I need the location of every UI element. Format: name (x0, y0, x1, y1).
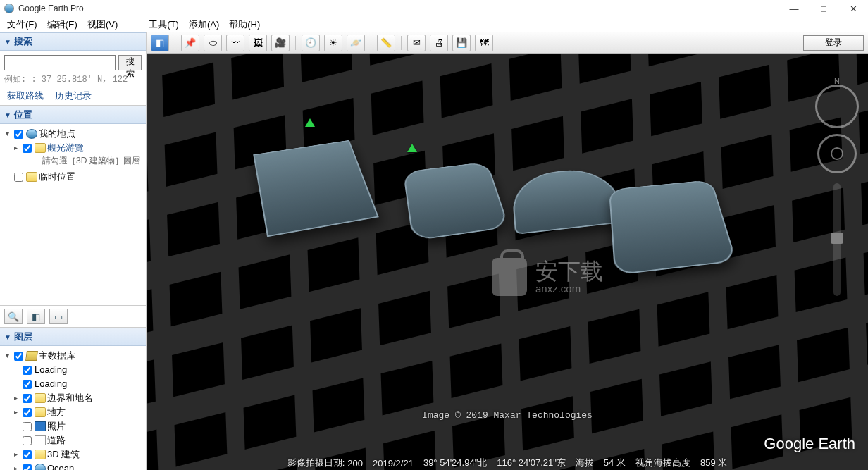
placemark-icon (407, 144, 417, 152)
login-button[interactable]: 登录 (803, 35, 864, 51)
layer-label-2[interactable]: 边界和地名 (47, 392, 93, 404)
road-icon (35, 435, 46, 445)
places-header-label: 位置 (14, 109, 32, 121)
tour-label[interactable]: 觀光游覽 (47, 142, 84, 154)
tour-check[interactable] (23, 144, 32, 153)
zoom-slider[interactable] (833, 183, 841, 296)
layer-check-4[interactable] (23, 422, 32, 431)
status-elev-label: 海拔 (576, 457, 594, 469)
temp-check[interactable] (14, 173, 23, 182)
map-viewport[interactable]: 安下载 anxz.com Image © 2019 Maxar Technolo… (147, 54, 868, 470)
layer-label-1[interactable]: Loading (35, 378, 67, 390)
layer-label-6[interactable]: 3D 建筑 (47, 448, 80, 461)
layer-check-0[interactable] (23, 366, 32, 375)
planet-icon[interactable]: 🪐 (347, 35, 365, 51)
layer-label-0[interactable]: Loading (35, 364, 67, 376)
layer-check-5[interactable] (23, 436, 32, 445)
places-search-icon[interactable]: 🔍 (4, 309, 23, 324)
sidebar: ▼搜索 搜索 例如: : 37 25.818' N, 122 获取路线 历史记录… (0, 32, 147, 470)
places-root-label[interactable]: 我的地点 (39, 128, 75, 140)
places-tree: ▾我的地点 ▸觀光游覽 請勾選［3D 建築物］圖層 临时位置 (0, 124, 146, 187)
ruler-icon[interactable]: 📏 (377, 35, 395, 51)
email-icon[interactable]: ✉ (407, 35, 426, 51)
compass-north-label: N (834, 77, 840, 85)
status-elev: 54 米 (604, 457, 626, 469)
tab-directions[interactable]: 获取路线 (7, 89, 44, 102)
placemark-icon[interactable]: 📌 (181, 35, 199, 51)
navigation-control[interactable]: N (814, 85, 860, 296)
history-icon[interactable]: 🕘 (302, 35, 320, 51)
layer-label-4[interactable]: 照片 (47, 420, 66, 433)
print-icon[interactable]: 🖨 (430, 35, 448, 51)
search-input[interactable] (4, 55, 116, 70)
menu-edit[interactable]: 编辑(E) (47, 18, 78, 31)
temp-label[interactable]: 临时位置 (39, 171, 75, 183)
maximize-button[interactable]: □ (809, 0, 838, 17)
status-eye: 859 米 (700, 457, 727, 469)
status-bar: 影像拍摄日期: 200 2019/2/21 39° 54'24.94"北 116… (147, 456, 868, 470)
places-blank-icon[interactable]: ▭ (49, 309, 68, 324)
layers-panel-header[interactable]: ▼图层 (0, 328, 146, 346)
layers-tree: ▾主数据库 Loading Loading ▸边界和地名 ▸地方 照片 道路 ▸… (0, 346, 146, 470)
sidebar-toggle-icon[interactable]: ◧ (151, 35, 169, 51)
layer-check-1[interactable] (23, 380, 32, 389)
earth-icon (26, 129, 37, 139)
folder-icon (35, 393, 46, 403)
places-panel-header[interactable]: ▼位置 (0, 106, 146, 124)
places-toolbar: 🔍 ◧ ▭ (0, 305, 146, 328)
layer-check-7[interactable] (23, 464, 32, 471)
folder-icon (35, 143, 46, 153)
main-toolbar: ◧ 📌 ⬭ 〰 🖼 🎥 🕘 ☀ 🪐 📏 ✉ 🖨 💾 🗺 登录 (147, 32, 868, 54)
layers-root-label[interactable]: 主数据库 (39, 350, 75, 362)
places-split-icon[interactable]: ◧ (27, 309, 45, 324)
record-tour-icon[interactable]: 🎥 (271, 35, 290, 51)
search-header-label: 搜索 (14, 35, 32, 48)
menu-help[interactable]: 帮助(H) (229, 18, 260, 31)
save-image-icon[interactable]: 💾 (452, 35, 471, 51)
sunlight-icon[interactable]: ☀ (324, 35, 342, 51)
status-date-label: 影像拍摄日期: (287, 457, 345, 469)
photo-icon (35, 421, 46, 431)
menu-view[interactable]: 视图(V) (87, 18, 118, 31)
folder-icon (35, 407, 46, 417)
folder-icon (35, 450, 46, 459)
layer-label-3[interactable]: 地方 (47, 406, 66, 419)
ocean-icon (35, 464, 46, 470)
polygon-icon[interactable]: ⬭ (204, 35, 222, 51)
tab-history[interactable]: 历史记录 (55, 89, 92, 102)
status-lat: 39° 54'24.94"北 (423, 457, 487, 469)
zoom-thumb[interactable] (831, 233, 843, 244)
minimize-button[interactable]: — (779, 0, 809, 17)
search-hint: 例如: : 37 25.818' N, 122 (4, 73, 142, 85)
image-overlay-icon[interactable]: 🖼 (249, 35, 267, 51)
layer-label-5[interactable]: 道路 (47, 434, 66, 447)
close-button[interactable]: ✕ (838, 0, 868, 17)
layers-root-check[interactable] (14, 352, 23, 361)
menu-file[interactable]: 文件(F) (7, 18, 37, 31)
google-earth-logo: Google Earth (764, 435, 855, 453)
menu-add[interactable]: 添加(A) (189, 18, 219, 31)
status-eye-label: 视角海拔高度 (636, 457, 690, 469)
pan-control[interactable] (817, 134, 857, 173)
search-button[interactable]: 搜索 (118, 55, 142, 70)
status-date: 2019/2/21 (373, 458, 414, 469)
layer-check-3[interactable] (23, 408, 32, 417)
layer-check-6[interactable] (23, 450, 32, 459)
imagery-attribution: Image © 2019 Maxar Technologies (422, 410, 593, 421)
places-root-check[interactable] (14, 130, 23, 139)
view-in-maps-icon[interactable]: 🗺 (475, 35, 493, 51)
compass-ring[interactable]: N (815, 85, 859, 128)
bag-icon (492, 258, 527, 296)
folder-icon (26, 172, 37, 182)
app-title: Google Earth Pro (18, 4, 84, 13)
tour-tip: 請勾選［3D 建築物］圖層 (1, 155, 144, 167)
layer-check-2[interactable] (23, 394, 32, 403)
search-panel-header[interactable]: ▼搜索 (0, 32, 146, 51)
watermark-text: 安下载 (535, 260, 603, 283)
layers-header-label: 图层 (14, 330, 32, 343)
titlebar: Google Earth Pro — □ ✕ (0, 0, 868, 17)
path-icon[interactable]: 〰 (226, 35, 244, 51)
menu-tools[interactable]: 工具(T) (149, 18, 179, 31)
layer-label-7[interactable]: Ocean (47, 462, 74, 470)
app-icon (4, 4, 14, 13)
